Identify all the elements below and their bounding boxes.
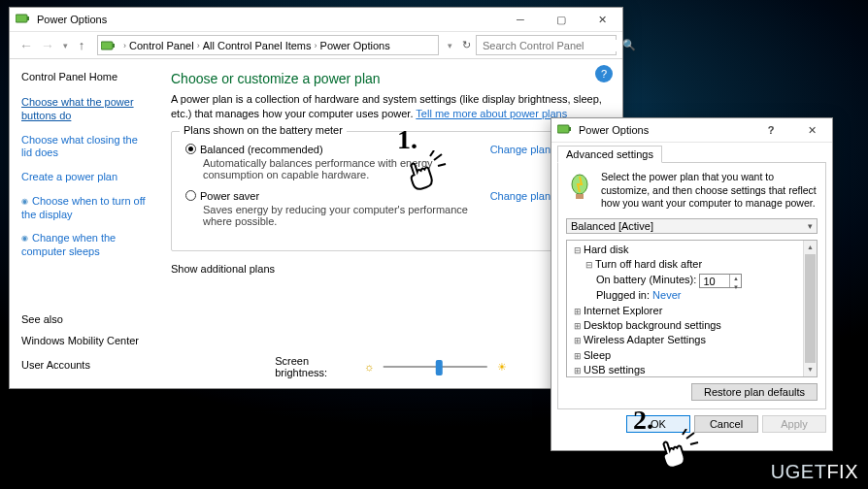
minutes-spinner[interactable]: ▲▼ (699, 274, 742, 288)
minutes-input[interactable] (700, 275, 729, 287)
sidebar-link-turn-off-display[interactable]: Choose when to turn off the display (21, 195, 150, 222)
advanced-panel: Select the power plan that you want to c… (557, 162, 826, 409)
expand-icon[interactable]: ⊞ (573, 335, 583, 347)
collapse-icon[interactable]: ⊟ (584, 259, 594, 272)
cursor-hand-icon (657, 429, 700, 472)
restore-plan-defaults-button[interactable]: Restore plan defaults (691, 383, 818, 401)
watermark: UGETFIX (771, 461, 858, 483)
settings-tree[interactable]: ⊟Hard disk ⊟Turn off hard disk after On … (566, 240, 818, 377)
chevron-right-icon: › (315, 41, 317, 50)
titlebar: Power Options ─ ▢ ✕ (10, 8, 622, 32)
tree-desktop-bg[interactable]: Desktop background settings (584, 319, 721, 331)
svg-line-9 (438, 164, 446, 166)
tab-advanced-settings[interactable]: Advanced settings (557, 146, 662, 163)
plan-name: Balanced (recommended) (200, 144, 323, 155)
tree-turn-off[interactable]: Turn off hard disk after (595, 258, 702, 270)
battery-icon (16, 11, 31, 28)
breadcrumb-item[interactable]: Power Options (320, 40, 390, 51)
spinner-down[interactable]: ▼ (730, 283, 741, 291)
tree-plugged-in-label: Plugged in: (596, 289, 650, 301)
brightness-slider[interactable] (384, 366, 487, 368)
search-input[interactable] (477, 40, 622, 51)
page-heading: Choose or customize a power plan (171, 71, 605, 86)
sidebar: Control Panel Home Choose what the power… (10, 59, 159, 388)
tree-usb[interactable]: USB settings (584, 364, 646, 375)
collapse-icon[interactable]: ⊟ (573, 244, 583, 257)
cancel-button[interactable]: Cancel (694, 415, 758, 433)
plan-subtext: Saves energy by reducing your computer's… (203, 204, 483, 227)
slider-thumb[interactable] (436, 360, 443, 375)
svg-rect-4 (557, 125, 569, 133)
help-button[interactable]: ? (751, 118, 791, 143)
advanced-description: Select the power plan that you want to c… (601, 171, 818, 211)
svg-rect-2 (101, 42, 113, 49)
tree-wireless[interactable]: Wireless Adapter Settings (584, 334, 706, 345)
cursor-hand-icon (405, 150, 448, 193)
tell-me-more-link[interactable]: Tell me more about power plans (416, 108, 567, 119)
svg-rect-3 (113, 44, 115, 48)
close-button[interactable]: ✕ (791, 118, 832, 143)
power-options-advanced-dialog: Power Options ? ✕ Advanced settings Sele… (551, 117, 833, 451)
chevron-down-icon: ▾ (808, 221, 813, 231)
show-additional-plans[interactable]: Show additional plans ⌄ (171, 261, 605, 277)
svg-line-11 (686, 433, 694, 439)
scroll-up-arrow[interactable]: ▲ (804, 241, 817, 254)
back-button[interactable]: ← (16, 35, 37, 56)
svg-line-8 (434, 154, 442, 160)
sidebar-link-closing-lid[interactable]: Choose what closing the lid does (21, 134, 150, 161)
breadcrumb-dropdown[interactable]: ▾ (443, 41, 456, 50)
annotation-1: 1. (397, 126, 417, 153)
window-title: Power Options (37, 14, 500, 25)
expand-icon[interactable]: ⊞ (573, 306, 583, 318)
tree-on-battery-label: On battery (Minutes): (596, 274, 696, 285)
tree-scrollbar[interactable]: ▲ ▼ (803, 241, 817, 376)
breadcrumb-item[interactable]: All Control Panel Items (203, 40, 312, 51)
sun-dim-icon: ☼ (364, 361, 374, 373)
scroll-thumb[interactable] (805, 254, 816, 363)
tree-plugged-in-value[interactable]: Never (652, 289, 681, 301)
sidebar-link-computer-sleeps[interactable]: Change when the computer sleeps (21, 232, 150, 259)
sidebar-link-create-plan[interactable]: Create a power plan (21, 171, 150, 184)
expand-icon[interactable]: ⊞ (573, 365, 583, 377)
tree-ie[interactable]: Internet Explorer (584, 305, 662, 316)
radio-balanced[interactable] (185, 144, 196, 154)
page-description: A power plan is a collection of hardware… (171, 92, 605, 121)
chevron-right-icon: › (197, 41, 200, 50)
sidebar-link-power-buttons[interactable]: Choose what the power buttons do (21, 96, 150, 123)
plans-groupbox: Plans shown on the battery meter Balance… (171, 131, 605, 251)
battery-icon (101, 40, 117, 51)
expand-icon[interactable]: ⊞ (573, 350, 583, 363)
plan-power-saver: Power saver Saves energy by reducing you… (185, 190, 590, 227)
search-box[interactable]: 🔍 (476, 35, 617, 55)
svg-rect-1 (27, 16, 29, 20)
see-also-user-accounts[interactable]: User Accounts (21, 359, 150, 373)
plan-combo[interactable]: Balanced [Active] ▾ (566, 218, 818, 234)
control-panel-home[interactable]: Control Panel Home (21, 71, 150, 82)
minimize-button[interactable]: ─ (500, 8, 541, 32)
svg-line-12 (690, 442, 698, 444)
tree-hard-disk[interactable]: Hard disk (584, 244, 628, 255)
address-bar: ← → ▾ ↑ › Control Panel › All Control Pa… (10, 32, 622, 59)
plan-balanced: Balanced (recommended) Automatically bal… (185, 144, 590, 180)
battery-icon (557, 121, 573, 139)
titlebar: Power Options ? ✕ (551, 118, 832, 143)
brightness-row: Screen brightness: ☼ ☀ (275, 355, 507, 378)
breadcrumb-item[interactable]: Control Panel (129, 40, 194, 51)
breadcrumb-box[interactable]: › Control Panel › All Control Panel Item… (97, 35, 439, 55)
forward-button[interactable]: → (37, 35, 58, 56)
up-button[interactable]: ↑ (72, 38, 91, 52)
help-icon[interactable]: ? (595, 65, 613, 82)
svg-rect-7 (576, 194, 584, 199)
tree-sleep[interactable]: Sleep (584, 349, 611, 361)
refresh-button[interactable]: ↻ (456, 39, 476, 51)
sun-bright-icon: ☀ (497, 361, 507, 374)
expand-icon[interactable]: ⊞ (573, 320, 583, 333)
see-also-mobility[interactable]: Windows Mobility Center (21, 335, 150, 348)
scroll-down-arrow[interactable]: ▼ (804, 363, 817, 376)
search-icon[interactable]: 🔍 (622, 39, 636, 51)
maximize-button[interactable]: ▢ (541, 8, 582, 32)
close-button[interactable]: ✕ (582, 8, 622, 32)
radio-power-saver[interactable] (185, 190, 196, 201)
spinner-up[interactable]: ▲ (730, 275, 741, 282)
history-dropdown[interactable]: ▾ (58, 41, 72, 50)
